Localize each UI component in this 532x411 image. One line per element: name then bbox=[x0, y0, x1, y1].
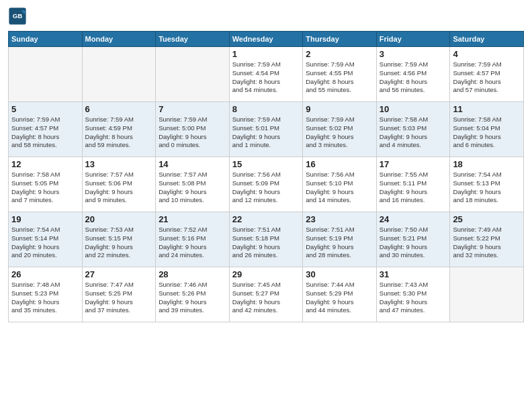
weekday-header: Thursday bbox=[303, 32, 377, 47]
day-info: Sunrise: 7:47 AM Sunset: 5:25 PM Dayligh… bbox=[85, 281, 153, 315]
day-info: Sunrise: 7:59 AM Sunset: 4:55 PM Dayligh… bbox=[306, 60, 373, 95]
day-number: 13 bbox=[85, 159, 153, 169]
calendar-week-row: 26Sunrise: 7:48 AM Sunset: 5:23 PM Dayli… bbox=[9, 267, 524, 322]
calendar-cell: 3Sunrise: 7:59 AM Sunset: 4:56 PM Daylig… bbox=[376, 47, 450, 102]
calendar-cell: 9Sunrise: 7:59 AM Sunset: 5:02 PM Daylig… bbox=[303, 102, 377, 157]
calendar-week-row: 12Sunrise: 7:58 AM Sunset: 5:05 PM Dayli… bbox=[9, 157, 524, 212]
day-info: Sunrise: 7:49 AM Sunset: 5:22 PM Dayligh… bbox=[453, 226, 521, 260]
day-info: Sunrise: 7:51 AM Sunset: 5:19 PM Dayligh… bbox=[306, 226, 373, 260]
day-number: 15 bbox=[232, 159, 300, 169]
day-number: 19 bbox=[11, 214, 79, 224]
day-info: Sunrise: 7:54 AM Sunset: 5:14 PM Dayligh… bbox=[11, 226, 79, 260]
day-number: 23 bbox=[306, 214, 373, 224]
day-info: Sunrise: 7:50 AM Sunset: 5:21 PM Dayligh… bbox=[380, 226, 447, 260]
day-number: 31 bbox=[380, 269, 447, 279]
day-number: 30 bbox=[306, 269, 373, 279]
day-info: Sunrise: 7:44 AM Sunset: 5:29 PM Dayligh… bbox=[306, 281, 373, 315]
calendar-cell: 18Sunrise: 7:54 AM Sunset: 5:13 PM Dayli… bbox=[450, 157, 524, 212]
day-info: Sunrise: 7:56 AM Sunset: 5:10 PM Dayligh… bbox=[306, 171, 373, 205]
day-number: 24 bbox=[380, 214, 447, 224]
day-number: 5 bbox=[11, 104, 79, 114]
day-info: Sunrise: 7:58 AM Sunset: 5:04 PM Dayligh… bbox=[453, 116, 521, 150]
calendar-cell: 29Sunrise: 7:45 AM Sunset: 5:27 PM Dayli… bbox=[229, 267, 303, 322]
day-number: 7 bbox=[159, 104, 226, 114]
day-info: Sunrise: 7:59 AM Sunset: 4:57 PM Dayligh… bbox=[11, 116, 79, 150]
day-info: Sunrise: 7:57 AM Sunset: 5:06 PM Dayligh… bbox=[85, 171, 153, 205]
calendar-cell: 5Sunrise: 7:59 AM Sunset: 4:57 PM Daylig… bbox=[9, 102, 83, 157]
day-number: 20 bbox=[85, 214, 153, 224]
day-info: Sunrise: 7:58 AM Sunset: 5:05 PM Dayligh… bbox=[11, 171, 79, 205]
day-number: 29 bbox=[232, 269, 300, 279]
calendar-cell: 21Sunrise: 7:52 AM Sunset: 5:16 PM Dayli… bbox=[156, 212, 230, 267]
day-number: 14 bbox=[159, 159, 226, 169]
calendar-cell: 11Sunrise: 7:58 AM Sunset: 5:04 PM Dayli… bbox=[450, 102, 524, 157]
day-info: Sunrise: 7:59 AM Sunset: 5:02 PM Dayligh… bbox=[306, 116, 373, 150]
day-info: Sunrise: 7:48 AM Sunset: 5:23 PM Dayligh… bbox=[11, 281, 79, 315]
day-info: Sunrise: 7:59 AM Sunset: 5:01 PM Dayligh… bbox=[232, 116, 300, 150]
day-info: Sunrise: 7:59 AM Sunset: 5:00 PM Dayligh… bbox=[159, 116, 226, 150]
calendar-cell: 15Sunrise: 7:56 AM Sunset: 5:09 PM Dayli… bbox=[229, 157, 303, 212]
calendar-cell: 20Sunrise: 7:53 AM Sunset: 5:15 PM Dayli… bbox=[82, 212, 156, 267]
day-number: 6 bbox=[85, 104, 153, 114]
weekday-header: Wednesday bbox=[229, 32, 303, 47]
day-number: 17 bbox=[380, 159, 447, 169]
day-info: Sunrise: 7:53 AM Sunset: 5:15 PM Dayligh… bbox=[85, 226, 153, 260]
calendar-cell: 23Sunrise: 7:51 AM Sunset: 5:19 PM Dayli… bbox=[303, 212, 377, 267]
calendar-cell bbox=[450, 267, 524, 322]
calendar-cell: 10Sunrise: 7:58 AM Sunset: 5:03 PM Dayli… bbox=[376, 102, 450, 157]
calendar-cell: 26Sunrise: 7:48 AM Sunset: 5:23 PM Dayli… bbox=[9, 267, 83, 322]
day-number: 21 bbox=[159, 214, 226, 224]
calendar-cell: 7Sunrise: 7:59 AM Sunset: 5:00 PM Daylig… bbox=[156, 102, 230, 157]
calendar-cell bbox=[82, 47, 156, 102]
calendar-cell bbox=[9, 47, 83, 102]
calendar-cell: 1Sunrise: 7:59 AM Sunset: 4:54 PM Daylig… bbox=[229, 47, 303, 102]
day-info: Sunrise: 7:56 AM Sunset: 5:09 PM Dayligh… bbox=[232, 171, 300, 205]
calendar-cell: 8Sunrise: 7:59 AM Sunset: 5:01 PM Daylig… bbox=[229, 102, 303, 157]
day-number: 25 bbox=[453, 214, 521, 224]
calendar-cell: 13Sunrise: 7:57 AM Sunset: 5:06 PM Dayli… bbox=[82, 157, 156, 212]
calendar-cell: 19Sunrise: 7:54 AM Sunset: 5:14 PM Dayli… bbox=[9, 212, 83, 267]
calendar-cell: 2Sunrise: 7:59 AM Sunset: 4:55 PM Daylig… bbox=[303, 47, 377, 102]
day-info: Sunrise: 7:45 AM Sunset: 5:27 PM Dayligh… bbox=[232, 281, 300, 315]
day-info: Sunrise: 7:43 AM Sunset: 5:30 PM Dayligh… bbox=[380, 281, 447, 315]
day-number: 8 bbox=[232, 104, 300, 114]
weekday-header: Monday bbox=[82, 32, 156, 47]
calendar-cell: 24Sunrise: 7:50 AM Sunset: 5:21 PM Dayli… bbox=[376, 212, 450, 267]
calendar-cell: 12Sunrise: 7:58 AM Sunset: 5:05 PM Dayli… bbox=[9, 157, 83, 212]
day-info: Sunrise: 7:57 AM Sunset: 5:08 PM Dayligh… bbox=[159, 171, 226, 205]
day-number: 18 bbox=[453, 159, 521, 169]
calendar-cell: 4Sunrise: 7:59 AM Sunset: 4:57 PM Daylig… bbox=[450, 47, 524, 102]
day-info: Sunrise: 7:51 AM Sunset: 5:18 PM Dayligh… bbox=[232, 226, 300, 260]
day-number: 10 bbox=[380, 104, 447, 114]
calendar-week-row: 1Sunrise: 7:59 AM Sunset: 4:54 PM Daylig… bbox=[9, 47, 524, 102]
day-number: 3 bbox=[380, 49, 447, 59]
day-info: Sunrise: 7:59 AM Sunset: 4:57 PM Dayligh… bbox=[453, 60, 521, 95]
weekday-header: Friday bbox=[376, 32, 450, 47]
calendar-week-row: 19Sunrise: 7:54 AM Sunset: 5:14 PM Dayli… bbox=[9, 212, 524, 267]
calendar-cell: 30Sunrise: 7:44 AM Sunset: 5:29 PM Dayli… bbox=[303, 267, 377, 322]
calendar-cell bbox=[156, 47, 230, 102]
calendar-cell: 28Sunrise: 7:46 AM Sunset: 5:26 PM Dayli… bbox=[156, 267, 230, 322]
day-number: 28 bbox=[159, 269, 226, 279]
day-info: Sunrise: 7:59 AM Sunset: 4:56 PM Dayligh… bbox=[380, 60, 447, 95]
calendar-header-row: SundayMondayTuesdayWednesdayThursdayFrid… bbox=[9, 32, 524, 47]
day-number: 4 bbox=[453, 49, 521, 59]
day-info: Sunrise: 7:55 AM Sunset: 5:11 PM Dayligh… bbox=[380, 171, 447, 205]
day-info: Sunrise: 7:54 AM Sunset: 5:13 PM Dayligh… bbox=[453, 171, 521, 205]
day-info: Sunrise: 7:58 AM Sunset: 5:03 PM Dayligh… bbox=[380, 116, 447, 150]
day-info: Sunrise: 7:59 AM Sunset: 4:59 PM Dayligh… bbox=[85, 116, 153, 150]
calendar-cell: 27Sunrise: 7:47 AM Sunset: 5:25 PM Dayli… bbox=[82, 267, 156, 322]
calendar-table: SundayMondayTuesdayWednesdayThursdayFrid… bbox=[8, 31, 524, 322]
calendar-cell: 17Sunrise: 7:55 AM Sunset: 5:11 PM Dayli… bbox=[376, 157, 450, 212]
day-number: 1 bbox=[232, 49, 300, 59]
day-info: Sunrise: 7:52 AM Sunset: 5:16 PM Dayligh… bbox=[159, 226, 226, 260]
logo-icon: GB bbox=[8, 7, 27, 26]
calendar-week-row: 5Sunrise: 7:59 AM Sunset: 4:57 PM Daylig… bbox=[9, 102, 524, 157]
day-info: Sunrise: 7:46 AM Sunset: 5:26 PM Dayligh… bbox=[159, 281, 226, 315]
day-number: 26 bbox=[11, 269, 79, 279]
weekday-header: Tuesday bbox=[156, 32, 230, 47]
day-info: Sunrise: 7:59 AM Sunset: 4:54 PM Dayligh… bbox=[232, 60, 300, 95]
day-number: 9 bbox=[306, 104, 373, 114]
calendar-cell: 22Sunrise: 7:51 AM Sunset: 5:18 PM Dayli… bbox=[229, 212, 303, 267]
calendar-cell: 16Sunrise: 7:56 AM Sunset: 5:10 PM Dayli… bbox=[303, 157, 377, 212]
